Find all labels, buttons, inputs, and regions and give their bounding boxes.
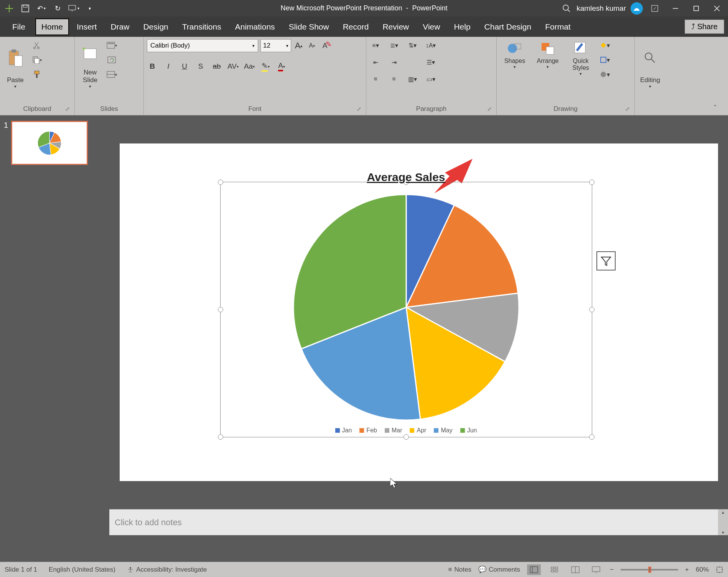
notes-pane[interactable]: Click to add notes ▴▾	[109, 509, 728, 535]
qat-customize-button[interactable]: ▾	[83, 2, 97, 15]
close-button[interactable]	[708, 2, 726, 15]
paste-button[interactable]: Paste▾	[3, 39, 28, 89]
tab-transitions[interactable]: Transitions	[176, 18, 227, 35]
tab-draw[interactable]: Draw	[104, 18, 135, 35]
user-avatar[interactable]	[631, 2, 643, 15]
tab-format[interactable]: Format	[539, 18, 577, 35]
strikethrough-button[interactable]: ab	[211, 61, 222, 72]
character-spacing-button[interactable]: AV▾	[227, 61, 239, 72]
resize-handle[interactable]	[589, 434, 595, 440]
slideshow-view-button[interactable]	[589, 564, 603, 575]
layout-button[interactable]: ▾	[105, 39, 118, 51]
slide-thumbnail-1[interactable]: 1	[4, 121, 105, 165]
share-button[interactable]: ⤴ Share	[685, 20, 724, 34]
new-slide-button[interactable]: New Slide▾	[78, 39, 102, 89]
increase-font-button[interactable]: A▴	[293, 40, 304, 51]
tab-design[interactable]: Design	[137, 18, 174, 35]
tab-slideshow[interactable]: Slide Show	[283, 18, 335, 35]
bold-button[interactable]: B	[147, 61, 158, 72]
smartart-button[interactable]: ▭▾	[425, 73, 437, 85]
copy-button[interactable]: ▾	[31, 54, 43, 66]
text-direction-button[interactable]: ↕A▾	[425, 39, 437, 51]
resize-handle[interactable]	[218, 307, 223, 312]
tab-animations[interactable]: Animations	[229, 18, 281, 35]
slide-canvas[interactable]: Average Sales JanFebMarAprMayJun	[109, 115, 728, 509]
quick-styles-button[interactable]: Quick Styles▾	[566, 39, 596, 76]
tab-view[interactable]: View	[417, 18, 446, 35]
user-name[interactable]: kamlesh kumar	[576, 4, 626, 13]
resize-handle[interactable]	[218, 180, 223, 185]
bullets-button[interactable]: ≡▾	[369, 39, 382, 51]
font-color-button[interactable]: A▾	[276, 61, 287, 72]
ribbon-display-button[interactable]	[646, 2, 664, 15]
underline-button[interactable]: U	[179, 61, 190, 72]
editing-button[interactable]: Editing▾	[638, 39, 662, 89]
sorter-view-button[interactable]	[548, 564, 562, 575]
save-icon[interactable]	[18, 2, 32, 15]
clipboard-launcher[interactable]: ⤢	[65, 106, 70, 112]
comments-toggle[interactable]: 💬Comments	[478, 565, 520, 574]
notes-toggle[interactable]: ≡Notes	[448, 566, 471, 574]
tab-chart-design[interactable]: Chart Design	[478, 18, 538, 35]
tab-file[interactable]: File	[4, 18, 34, 35]
start-from-beginning-button[interactable]: ▾	[67, 2, 81, 15]
language-status[interactable]: English (United States)	[49, 566, 115, 574]
tab-review[interactable]: Review	[376, 18, 415, 35]
zoom-slider[interactable]	[621, 569, 678, 570]
tab-home[interactable]: Home	[35, 18, 69, 35]
zoom-out-button[interactable]: −	[610, 566, 614, 574]
increase-indent-button[interactable]: ⇥	[388, 56, 400, 68]
resize-handle[interactable]	[218, 434, 223, 440]
zoom-level[interactable]: 60%	[696, 566, 709, 574]
align-left-button[interactable]: ≡	[369, 73, 382, 85]
paragraph-launcher[interactable]: ⤢	[487, 106, 492, 112]
align-center-button[interactable]: ≡	[388, 73, 400, 85]
italic-button[interactable]: I	[163, 61, 174, 72]
shadow-button[interactable]: S	[195, 61, 206, 72]
arrange-button[interactable]: Arrange▾	[533, 39, 563, 69]
tab-insert[interactable]: Insert	[71, 18, 103, 35]
line-spacing-button[interactable]: ⇅▾	[406, 39, 418, 51]
cut-button[interactable]	[31, 39, 43, 51]
drawing-launcher[interactable]: ⤢	[625, 106, 630, 112]
maximize-button[interactable]	[687, 2, 705, 15]
fit-to-window-button[interactable]	[716, 566, 723, 574]
highlight-button[interactable]: ✎▾	[260, 61, 271, 72]
reset-button[interactable]	[105, 54, 118, 66]
format-painter-button[interactable]	[31, 68, 43, 81]
minimize-button[interactable]	[667, 2, 684, 15]
undo-button[interactable]: ↶ ▾	[35, 2, 48, 15]
decrease-font-button[interactable]: A▾	[306, 40, 317, 51]
chart-title[interactable]: Average Sales	[367, 171, 445, 184]
redo-button[interactable]: ↻	[51, 2, 64, 15]
align-text-button[interactable]: ☰▾	[425, 56, 437, 68]
clear-formatting-button[interactable]: A✎	[320, 40, 330, 51]
zoom-in-button[interactable]: +	[685, 566, 689, 574]
section-button[interactable]: ▾	[105, 68, 118, 81]
shape-effects-button[interactable]: ▾	[599, 68, 611, 81]
shape-outline-button[interactable]: ▾	[599, 54, 611, 66]
search-icon[interactable]	[560, 2, 573, 15]
font-launcher[interactable]: ⤢	[357, 106, 361, 112]
resize-handle[interactable]	[404, 434, 409, 440]
font-name-combo[interactable]: Calibri (Body)▾	[147, 39, 258, 52]
chart-object[interactable]: Average Sales JanFebMarAprMayJun	[220, 182, 592, 437]
autosave-toggle[interactable]	[2, 2, 16, 15]
tab-help[interactable]: Help	[448, 18, 476, 35]
normal-view-button[interactable]	[527, 564, 541, 575]
numbering-button[interactable]: ≣▾	[388, 39, 400, 51]
slide-counter[interactable]: Slide 1 of 1	[5, 566, 37, 574]
resize-handle[interactable]	[589, 307, 595, 312]
collapse-ribbon-button[interactable]: ˄	[713, 104, 725, 112]
resize-handle[interactable]	[589, 180, 595, 185]
notes-scrollbar[interactable]: ▴▾	[718, 509, 728, 535]
chart-filter-button[interactable]	[596, 251, 616, 270]
tab-record[interactable]: Record	[337, 18, 375, 35]
font-size-combo[interactable]: 12▾	[260, 39, 291, 52]
change-case-button[interactable]: Aa▾	[244, 61, 255, 72]
columns-button[interactable]: ▥▾	[406, 73, 418, 85]
decrease-indent-button[interactable]: ⇤	[369, 56, 382, 68]
accessibility-status[interactable]: Accessibility: Investigate	[127, 566, 207, 574]
shape-fill-button[interactable]: ▾	[599, 39, 611, 51]
shapes-button[interactable]: Shapes▾	[500, 39, 530, 69]
